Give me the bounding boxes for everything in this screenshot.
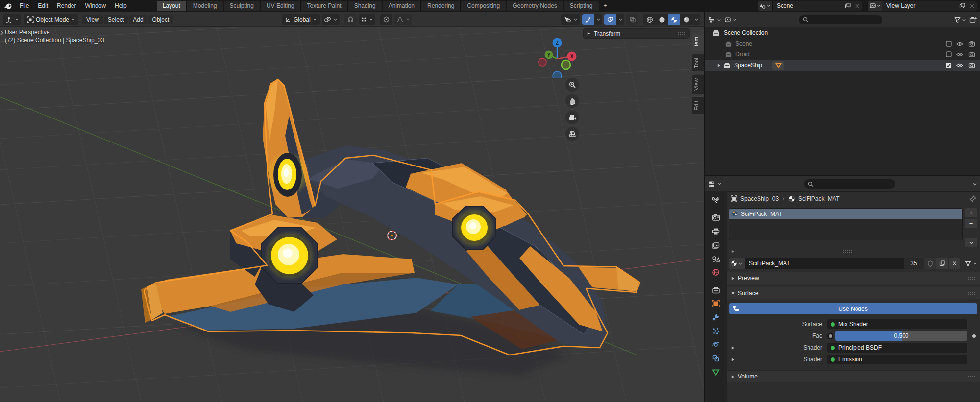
tab-render-icon[interactable] — [707, 211, 725, 224]
properties-options-chevron-icon[interactable] — [972, 182, 977, 187]
tab-physics-icon[interactable] — [707, 338, 725, 351]
expand-arrow-icon[interactable] — [731, 346, 735, 350]
tab-animation[interactable]: Animation — [383, 1, 421, 11]
disable-render-camera-icon[interactable] — [968, 51, 975, 57]
sidebar-tab-tool[interactable]: Tool — [692, 54, 704, 71]
blender-logo-icon[interactable] — [4, 2, 12, 10]
pin-icon[interactable] — [969, 195, 976, 202]
snap-toggle-magnet-icon[interactable] — [344, 14, 357, 25]
menu-help[interactable]: Help — [110, 1, 131, 10]
tab-particles-icon[interactable] — [707, 325, 725, 337]
zoom-button[interactable] — [565, 78, 579, 92]
viewport-canvas[interactable] — [0, 12, 704, 402]
scene-browse-button[interactable] — [758, 1, 773, 11]
hide-eye-icon[interactable] — [956, 63, 963, 68]
collection-name[interactable]: Scene Collection — [724, 29, 768, 36]
tab-texture-paint[interactable]: Texture Paint — [301, 1, 348, 11]
menu-window[interactable]: Window — [80, 1, 110, 10]
menu-render[interactable]: Render — [52, 1, 80, 10]
tab-scripting[interactable]: Scripting — [564, 1, 599, 11]
tab-layout[interactable]: Layout — [157, 1, 187, 11]
snap-target-dropdown[interactable] — [359, 14, 375, 25]
tab-view-layer-icon[interactable] — [707, 238, 725, 251]
view-layer-copy-icon[interactable] — [957, 1, 967, 11]
mesh-data-dropdown[interactable] — [964, 260, 977, 267]
tab-output-icon[interactable] — [707, 225, 725, 237]
tab-shading[interactable]: Shading — [348, 1, 382, 11]
scene-name[interactable]: Scene — [773, 2, 843, 9]
viewport-menu-select[interactable]: Select — [104, 15, 128, 24]
view-layer-name[interactable]: View Layer — [882, 2, 957, 9]
panel-grip[interactable] — [967, 375, 976, 378]
list-grip[interactable] — [843, 250, 852, 253]
sidebar-tab-item[interactable]: Item — [692, 33, 704, 51]
disable-render-camera-icon[interactable] — [968, 62, 975, 68]
add-workspace-button[interactable]: + — [600, 1, 611, 10]
toolbar-expand-icon[interactable] — [0, 30, 4, 36]
disable-render-camera-icon[interactable] — [968, 41, 975, 47]
exclude-checkbox[interactable] — [946, 51, 952, 57]
shader2-field[interactable]: Emission — [827, 355, 967, 364]
collection-name[interactable]: Scene — [735, 40, 752, 47]
transform-panel-header[interactable]: Transform — [583, 28, 690, 39]
tab-scene-icon[interactable] — [707, 252, 725, 265]
outliner-row-spaceship[interactable]: SpaceShip — [705, 60, 980, 71]
xray-toggle-icon[interactable] — [626, 14, 638, 25]
exclude-checkbox-checked[interactable] — [945, 62, 952, 69]
scene-copy-icon[interactable] — [843, 1, 853, 11]
material-slot-selected[interactable]: SciFiPack_MAT — [729, 209, 962, 219]
outliner-editor-type-button[interactable] — [708, 16, 721, 23]
preview-panel-header[interactable]: Preview — [727, 272, 980, 284]
hide-eye-icon[interactable] — [956, 52, 963, 57]
tab-collection-properties-icon[interactable] — [707, 284, 725, 296]
tab-object-data-icon[interactable] — [707, 366, 725, 378]
collection-name[interactable]: SpaceShip — [734, 62, 762, 69]
properties-editor-type-button[interactable] — [708, 181, 722, 188]
outliner-filter-button[interactable] — [954, 17, 966, 23]
material-users-button[interactable]: 35 — [904, 258, 924, 269]
panel-grip[interactable] — [967, 292, 976, 295]
tab-world-icon[interactable] — [707, 266, 725, 279]
tab-tool-icon[interactable] — [707, 193, 725, 206]
mode-dropdown[interactable]: Object Mode — [24, 14, 78, 25]
expand-arrow-icon[interactable] — [731, 357, 735, 362]
breadcrumb-material[interactable]: SciFiPack_MAT — [798, 195, 839, 202]
falloff-dropdown[interactable] — [394, 14, 412, 25]
tab-geometry-nodes[interactable]: Geometry Nodes — [507, 1, 564, 11]
outliner-display-mode-button[interactable] — [724, 17, 737, 23]
viewport-menu-add[interactable]: Add — [129, 15, 147, 24]
tab-object-icon[interactable] — [707, 297, 725, 310]
view-layer-browse-button[interactable] — [868, 1, 882, 11]
outliner-row-scene[interactable]: Scene — [705, 38, 980, 49]
tab-modeling[interactable]: Modeling — [187, 1, 223, 11]
expand-arrow-icon[interactable] — [717, 63, 721, 68]
sidebar-tab-view[interactable]: View — [692, 75, 704, 94]
material-name-field[interactable]: SciFiPack_MAT — [745, 258, 904, 269]
gizmos-toggle-icon[interactable] — [582, 14, 594, 25]
proportional-editing-icon[interactable] — [380, 14, 392, 25]
expand-arrow-icon[interactable] — [731, 249, 735, 254]
fake-user-shield-icon[interactable] — [924, 258, 936, 269]
overlays-toggle-icon[interactable] — [604, 14, 616, 25]
panel-grip[interactable] — [967, 277, 976, 280]
collection-name[interactable]: Droid — [735, 51, 750, 58]
new-collection-button[interactable] — [969, 16, 977, 23]
shading-dropdown-chevron-icon[interactable] — [692, 14, 700, 25]
viewport-menu-object[interactable]: Object — [148, 15, 173, 24]
gizmos-dropdown-chevron-icon[interactable] — [594, 14, 602, 25]
camera-view-button[interactable] — [565, 111, 579, 124]
overlays-dropdown-chevron-icon[interactable] — [616, 14, 624, 25]
shading-rendered-icon[interactable] — [680, 14, 692, 25]
tab-uv-editing[interactable]: UV Editing — [261, 1, 301, 11]
hide-eye-icon[interactable] — [956, 41, 963, 47]
shading-material-preview-icon[interactable] — [668, 14, 680, 25]
remove-slot-button[interactable]: − — [965, 219, 977, 228]
material-slots[interactable]: SciFiPack_MAT — [729, 208, 963, 240]
unlink-material-icon[interactable] — [948, 258, 960, 269]
panel-grip[interactable] — [678, 32, 686, 35]
viewport-menu-view[interactable]: View — [82, 15, 103, 24]
sidebar-tab-edit[interactable]: Edit — [692, 97, 704, 114]
tab-modifiers-icon[interactable] — [707, 311, 725, 324]
toggle-perspective-button[interactable] — [565, 127, 579, 141]
outliner-row-scene-collection[interactable]: Scene Collection — [705, 27, 980, 38]
